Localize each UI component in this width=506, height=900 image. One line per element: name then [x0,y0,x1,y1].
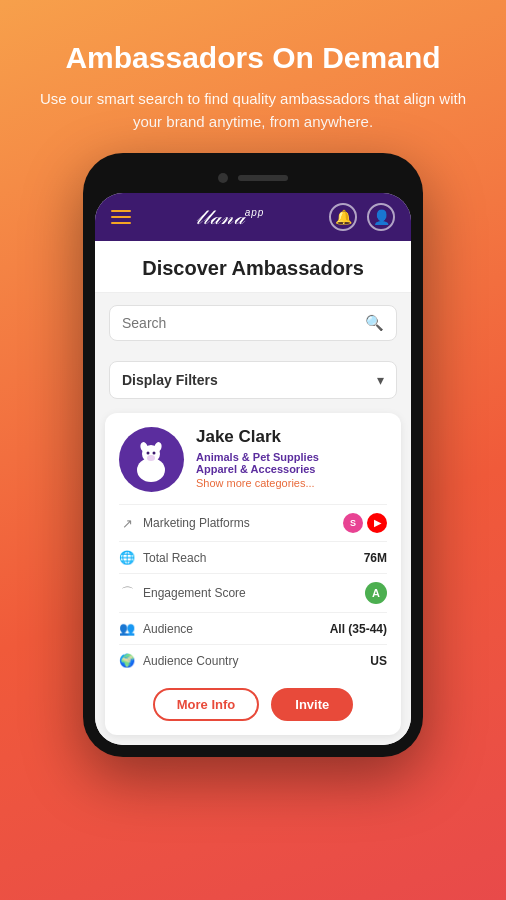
card-actions: More Info Invite [119,688,387,721]
ambassador-name: Jake Clark [196,427,387,447]
page-content: Discover Ambassadors [95,241,411,293]
audience-country-row: 🌍 Audience Country US [119,644,387,676]
audience-row: 👥 Audience All (35-44) [119,612,387,644]
search-bar[interactable]: 🔍 [109,305,397,341]
hero-section: Ambassadors On Demand Use our smart sear… [0,0,506,153]
chevron-down-icon: ▾ [377,372,384,388]
search-icon[interactable]: 🔍 [365,314,384,332]
hamburger-menu[interactable] [111,210,131,224]
phone-speaker [238,175,288,181]
category-1: Animals & Pet Supplies [196,451,387,463]
engagement-icon: ⌒ [119,584,135,602]
audience-icon: 👥 [119,621,135,636]
search-section: 🔍 [95,293,411,353]
engagement-score-row: ⌒ Engagement Score A [119,573,387,612]
display-filters-row[interactable]: Display Filters ▾ [109,361,397,399]
reach-icon: 🌐 [119,550,135,565]
audience-label: Audience [143,622,322,636]
app-logo: 𝓁𝓁𝒶𝓃𝒶app [196,206,265,229]
logo-suffix: app [245,207,265,218]
filter-label: Display Filters [122,372,218,388]
total-reach-row: 🌐 Total Reach 76M [119,541,387,573]
search-input[interactable] [122,315,365,331]
bell-icon-button[interactable]: 🔔 [329,203,357,231]
svg-point-7 [147,455,155,461]
engagement-score-label: Engagement Score [143,586,357,600]
card-section: Jake Clark Animals & Pet Supplies Appare… [95,413,411,745]
card-info: Jake Clark Animals & Pet Supplies Appare… [196,427,387,492]
category-2: Apparel & Accessories [196,463,387,475]
audience-country-label: Audience Country [143,654,362,668]
hero-subtitle: Use our smart search to find quality amb… [30,88,476,133]
avatar [119,427,184,492]
phone-screen: 𝓁𝓁𝒶𝓃𝒶app 🔔 👤 Discover Ambassadors 🔍 Disp… [95,193,411,745]
hamburger-line-2 [111,216,131,218]
card-header: Jake Clark Animals & Pet Supplies Appare… [119,427,387,492]
app-nav: 𝓁𝓁𝒶𝓃𝒶app 🔔 👤 [95,193,411,241]
youtube-badge: ▶ [367,513,387,533]
svg-point-4 [147,452,150,455]
snapchat-badge: S [343,513,363,533]
phone-camera [218,173,228,183]
audience-country-value: US [370,654,387,668]
marketing-platforms-row: ↗ Marketing Platforms S ▶ [119,504,387,541]
invite-button[interactable]: Invite [271,688,353,721]
page-title: Discover Ambassadors [95,241,411,293]
phone-notch [95,165,411,193]
audience-value: All (35-44) [330,622,387,636]
nav-icons: 🔔 👤 [329,203,395,231]
logo-text: 𝓁𝓁𝒶𝓃𝒶 [196,206,245,228]
more-info-button[interactable]: More Info [153,688,260,721]
marketing-platforms-label: Marketing Platforms [143,516,335,530]
total-reach-label: Total Reach [143,551,356,565]
hamburger-line-3 [111,222,131,224]
phone-mockup: 𝓁𝓁𝒶𝓃𝒶app 🔔 👤 Discover Ambassadors 🔍 Disp… [83,153,423,757]
hero-title: Ambassadors On Demand [30,40,476,76]
llama-avatar-svg [124,432,179,487]
hamburger-line-1 [111,210,131,212]
engagement-score-badge: A [365,582,387,604]
filter-section: Display Filters ▾ [95,353,411,413]
user-icon-button[interactable]: 👤 [367,203,395,231]
globe-icon: 🌍 [119,653,135,668]
show-more-categories[interactable]: Show more categories... [196,477,387,489]
share-icon: ↗ [119,516,135,531]
total-reach-value: 76M [364,551,387,565]
ambassador-card: Jake Clark Animals & Pet Supplies Appare… [105,413,401,735]
svg-point-5 [153,452,156,455]
platform-icons: S ▶ [343,513,387,533]
